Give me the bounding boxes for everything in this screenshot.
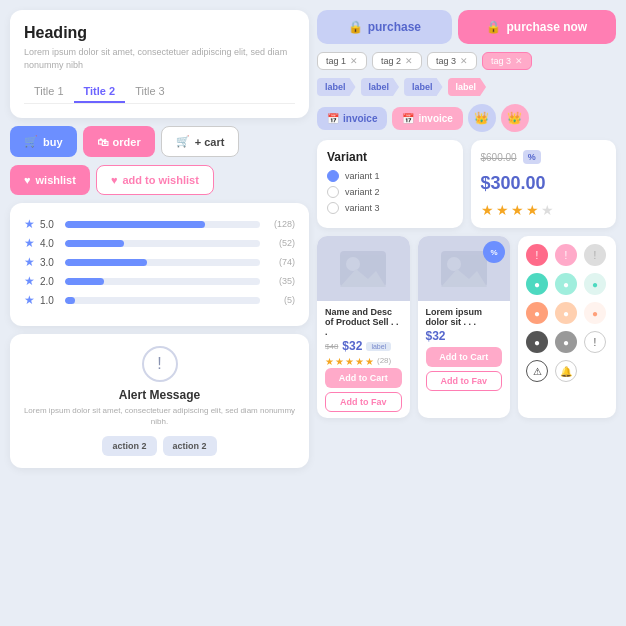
product-name-1: Name and Desc of Product Sell . . . (325, 307, 402, 337)
dot-orange-2[interactable]: ● (555, 302, 577, 324)
tag-3-close[interactable]: ✕ (460, 56, 468, 66)
rating-row-2: ★ 2.0 (35) (24, 274, 295, 288)
tab-title2[interactable]: Title 2 (74, 81, 126, 103)
heart-outline-icon: ♥ (111, 174, 118, 186)
product-info-2: Lorem ipsum dolor sit . . . $32 Add to C… (418, 301, 511, 397)
dot-bell[interactable]: 🔔 (555, 360, 577, 382)
ps3: ★ (345, 356, 354, 367)
variant-title: Variant (327, 150, 453, 164)
product-new-price-1: $32 (342, 339, 362, 353)
star-1: ★ (481, 202, 494, 218)
rating-label-3: 3.0 (40, 257, 60, 268)
product-stars-1: ★ ★ ★ ★ ★ (28) (325, 356, 402, 367)
bag-icon: 🛍 (97, 136, 108, 148)
dot-gray-2[interactable]: ● (555, 331, 577, 353)
rating-bar-bg-1 (65, 297, 260, 304)
calendar-icon: 📅 (327, 113, 339, 124)
order-button[interactable]: 🛍 order (83, 126, 155, 157)
calendar-pink-icon: 📅 (402, 113, 414, 124)
invoice-blue-button[interactable]: 📅 invoice (317, 107, 387, 130)
rating-count-3: (74) (265, 257, 295, 267)
star-icon: ★ (24, 274, 35, 288)
invoice-row: 📅 invoice 📅 invoice 👑 👑 (317, 104, 616, 132)
add-to-fav-button-2[interactable]: Add to Fav (426, 371, 503, 391)
rating-row-5: ★ 5.0 (128) (24, 217, 295, 231)
add-to-cart-button-1[interactable]: Add to Cart (325, 368, 402, 388)
add-to-fav-button-1[interactable]: Add to Fav (325, 392, 402, 412)
rating-label-1: 1.0 (40, 295, 60, 306)
product-label-1: label (366, 342, 391, 351)
invoice-pink-button[interactable]: 📅 invoice (392, 107, 462, 130)
dot-teal-3[interactable]: ● (584, 273, 606, 295)
price-new: $300.00 (481, 173, 607, 194)
dot-outline[interactable]: ! (584, 331, 606, 353)
rating-row-1: ★ 1.0 (5) (24, 293, 295, 307)
price-stars: ★ ★ ★ ★ ★ (481, 202, 607, 218)
tag-3-pink-close[interactable]: ✕ (515, 56, 523, 66)
tag-1[interactable]: tag 1 ✕ (317, 52, 367, 70)
radio-variant-2[interactable] (327, 186, 339, 198)
dot-gray-1[interactable]: ! (584, 244, 606, 266)
alert-title: Alert Message (119, 388, 200, 402)
dot-teal-1[interactable]: ● (526, 273, 548, 295)
tab-title1[interactable]: Title 1 (24, 81, 74, 103)
right-bottom: Name and Desc of Product Sell . . . $48 … (317, 236, 616, 418)
buy-button[interactable]: 🛒 buy (10, 126, 77, 157)
variant-option-2[interactable]: variant 2 (327, 186, 453, 198)
rating-row-4: ★ 4.0 (52) (24, 236, 295, 250)
rating-count-4: (52) (265, 238, 295, 248)
purchase-button[interactable]: 🔒 purchase (317, 10, 452, 44)
product-name-2: Lorem ipsum dolor sit . . . (426, 307, 503, 327)
pct-badge: % (483, 241, 505, 263)
variant-option-3[interactable]: variant 3 (327, 202, 453, 214)
svg-point-4 (447, 257, 461, 271)
ps5: ★ (365, 356, 374, 367)
svg-point-1 (346, 257, 360, 271)
product-price-row-2: $32 (426, 329, 503, 343)
avatar-blue: 👑 (468, 104, 496, 132)
radio-variant-1[interactable] (327, 170, 339, 182)
dot-orange-3[interactable]: ● (584, 302, 606, 324)
dot-dark[interactable]: ● (526, 331, 548, 353)
tag-3-pink[interactable]: tag 3 ✕ (482, 52, 532, 70)
radio-variant-3[interactable] (327, 202, 339, 214)
dot-orange-1[interactable]: ● (526, 302, 548, 324)
ratings-card: ★ 5.0 (128) ★ 4.0 (52) ★ 3.0 (74) ★ 2.0 (10, 203, 309, 326)
dot-pink-1[interactable]: ! (555, 244, 577, 266)
tag-2-close[interactable]: ✕ (405, 56, 413, 66)
product-price-row-1: $48 $32 label (325, 339, 402, 353)
star-4: ★ (526, 202, 539, 218)
dot-outline-dark[interactable]: ⚠ (526, 360, 548, 382)
tab-title3[interactable]: Title 3 (125, 81, 175, 103)
rating-bar-fill-3 (65, 259, 147, 266)
rating-count-5: (128) (265, 219, 295, 229)
action-buttons-row: 🛒 buy 🛍 order 🛒 + cart (10, 126, 309, 157)
tag-1-close[interactable]: ✕ (350, 56, 358, 66)
dot-red-1[interactable]: ! (526, 244, 548, 266)
wishlist-button[interactable]: ♥ wishlist (10, 165, 90, 195)
ps2: ★ (335, 356, 344, 367)
cart-button[interactable]: 🛒 + cart (161, 126, 240, 157)
tag-3[interactable]: tag 3 ✕ (427, 52, 477, 70)
bag-icon-white: 🔒 (486, 20, 501, 34)
tabs: Title 1 Title 2 Title 3 (24, 81, 295, 104)
tag-2[interactable]: tag 2 ✕ (372, 52, 422, 70)
add-to-cart-button-2[interactable]: Add to Cart (426, 347, 503, 367)
alert-action2-button[interactable]: action 2 (163, 436, 217, 456)
product-old-price-1: $48 (325, 342, 338, 351)
product-image-1 (317, 236, 410, 301)
labels-row: label label label label (317, 78, 616, 96)
add-to-wishlist-button[interactable]: ♥ add to wishlist (96, 165, 214, 195)
variant-card: Variant variant 1 variant 2 variant 3 (317, 140, 463, 228)
purchase-now-button[interactable]: 🔒 purchase now (458, 10, 616, 44)
alert-description: Lorem ipsum dolor sit amet, consectetuer… (22, 405, 297, 427)
rating-label-4: 4.0 (40, 238, 60, 249)
cart-icon: 🛒 (24, 135, 38, 148)
price-card: $600.00 % $300.00 ★ ★ ★ ★ ★ (471, 140, 617, 228)
rating-count-2: (35) (265, 276, 295, 286)
alert-action1-button[interactable]: action 2 (102, 436, 156, 456)
dot-teal-2[interactable]: ● (555, 273, 577, 295)
price-percent-badge: % (523, 150, 541, 164)
star-icon: ★ (24, 217, 35, 231)
variant-option-1[interactable]: variant 1 (327, 170, 453, 182)
